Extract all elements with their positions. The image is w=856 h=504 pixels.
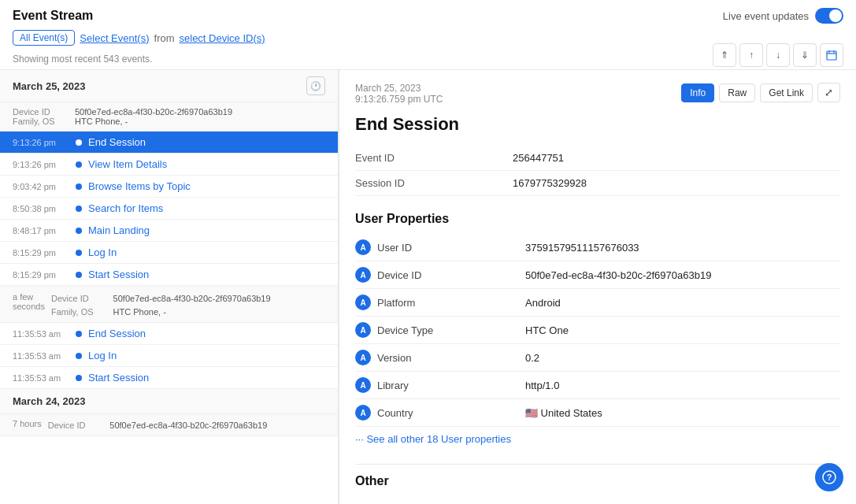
user-prop-user-id: A User ID 37591579511157676033: [355, 234, 840, 261]
event-time: 9:03:42 pm: [13, 182, 69, 191]
user-prop-val: http/1.0: [525, 380, 559, 391]
event-item-main-landing[interactable]: 8:48:17 pm Main Landing: [0, 220, 338, 242]
scroll-down-button[interactable]: ↓: [766, 43, 790, 67]
event-dot: [76, 206, 82, 212]
event-time: 8:15:29 pm: [13, 270, 69, 280]
detail-header: March 25, 2023 9:13:26.759 pm UTC Info R…: [355, 83, 840, 105]
event-name: View Item Details: [88, 158, 167, 170]
event-item-end-session-2[interactable]: 11:35:53 am End Session: [0, 323, 338, 345]
user-prop-library: A Library http/1.0: [355, 372, 840, 399]
scroll-top-button[interactable]: ⇑: [713, 43, 736, 67]
user-prop-icon: A: [355, 239, 371, 255]
event-dot: [76, 331, 82, 337]
user-prop-device-type: A Device Type HTC One: [355, 317, 840, 344]
date-header-march24: March 24, 2023: [0, 389, 338, 414]
event-dot: [76, 272, 82, 278]
event-name: End Session: [88, 136, 146, 148]
expand-button[interactable]: ⤢: [817, 83, 840, 102]
user-prop-key: User ID: [377, 242, 519, 254]
scroll-up-button[interactable]: ↑: [739, 43, 763, 67]
event-name: End Session: [88, 328, 146, 339]
event-detail-panel: March 25, 2023 9:13:26.759 pm UTC Info R…: [339, 70, 856, 504]
user-prop-icon: A: [355, 295, 371, 310]
user-prop-val: Android: [525, 297, 561, 309]
all-events-button[interactable]: All Event(s): [13, 30, 75, 46]
device-id-val-2: 50f0e7ed-ec8a-4f30-b20c-2f6970a63b19: [113, 294, 271, 303]
user-prop-icon: A: [355, 350, 371, 365]
event-name: Browse Items by Topic: [88, 180, 191, 192]
device-id-val-3: 50f0e7ed-ec8a-4f30-b20c-2f6970a63b19: [109, 421, 267, 430]
event-time: 8:48:17 pm: [13, 226, 69, 235]
event-dot: [76, 139, 82, 146]
event-item-log-in-1[interactable]: 8:15:29 pm Log In: [0, 242, 338, 264]
event-item-view-item-details[interactable]: 9:13:26 pm View Item Details: [0, 154, 338, 176]
device-id-label-3: Device ID: [48, 421, 107, 430]
other-props-table: Client Event Time Mar 25, 9:13:26 pm UTC…: [355, 496, 840, 504]
family-os-label-1: Family, OS: [13, 117, 72, 126]
user-props-list: A User ID 37591579511157676033 A Device …: [355, 234, 840, 427]
live-updates-toggle[interactable]: [815, 8, 843, 24]
device-info-row-3: 7 hours Device ID 50f0e7ed-ec8a-4f30-b20…: [0, 414, 338, 436]
event-dot: [76, 161, 82, 168]
event-item-search-for-items[interactable]: 8:50:38 pm Search for Items: [0, 198, 338, 220]
event-detail-title: End Session: [355, 114, 840, 135]
app-title: Event Stream: [13, 9, 93, 23]
user-prop-key: Library: [377, 380, 519, 391]
family-os-val-1: HTC Phone, -: [75, 117, 128, 126]
user-prop-icon: A: [355, 322, 371, 338]
scroll-bottom-button[interactable]: ⇓: [793, 43, 817, 67]
user-prop-val: 🇺🇸 United States: [525, 407, 602, 419]
event-item-start-session-1[interactable]: 8:15:29 pm Start Session: [0, 264, 338, 286]
detail-time: 9:13:26.759 pm UTC: [355, 94, 443, 105]
user-prop-key: Device ID: [377, 269, 519, 281]
device-info-row-2: a fewseconds Device ID 50f0e7ed-ec8a-4f3…: [0, 286, 338, 323]
basic-props-table: Event ID 256447751 Session ID 1679775329…: [355, 146, 840, 196]
select-events-button[interactable]: Select Event(s): [80, 32, 149, 44]
event-name: Search for Items: [88, 202, 163, 214]
user-prop-icon: A: [355, 377, 371, 393]
user-prop-val: 37591579511157676033: [525, 242, 639, 254]
detail-actions: Info Raw Get Link ⤢: [681, 83, 840, 102]
user-prop-icon: A: [355, 267, 371, 283]
help-button[interactable]: ?: [815, 463, 843, 491]
event-time: 8:50:38 pm: [13, 204, 69, 213]
event-id-key: Event ID: [355, 146, 513, 171]
event-dot: [76, 183, 82, 190]
user-prop-key: Device Type: [377, 324, 519, 336]
event-time: 11:35:53 am: [13, 351, 69, 361]
raw-tab-button[interactable]: Raw: [719, 83, 755, 102]
event-item-end-session-1[interactable]: 9:13:26 pm End Session: [0, 132, 338, 154]
clock-button[interactable]: 🕐: [306, 76, 325, 95]
event-item-start-session-2[interactable]: 11:35:53 am Start Session: [0, 367, 338, 389]
event-dot: [76, 375, 82, 381]
hours-ago: 7 hours: [13, 419, 42, 431]
svg-rect-0: [827, 51, 836, 60]
get-link-button[interactable]: Get Link: [760, 83, 813, 102]
time-ago-label: a fewseconds: [13, 292, 45, 317]
user-prop-val: 0.2: [525, 352, 539, 364]
event-dot: [76, 353, 82, 359]
svg-text:?: ?: [827, 472, 832, 482]
user-props-title: User Properties: [355, 212, 840, 226]
event-name: Start Session: [88, 269, 149, 280]
user-prop-key: Version: [377, 352, 519, 364]
user-prop-country: A Country 🇺🇸 United States: [355, 399, 840, 427]
from-text: from: [154, 32, 175, 44]
calendar-button[interactable]: [820, 43, 843, 67]
event-name: Main Landing: [88, 224, 150, 236]
info-tab-button[interactable]: Info: [681, 83, 714, 102]
user-prop-key: Platform: [377, 297, 519, 309]
family-os-val-2: HTC Phone, -: [113, 307, 166, 317]
event-name: Log In: [88, 350, 117, 361]
event-item-browse-items[interactable]: 9:03:42 pm Browse Items by Topic: [0, 176, 338, 198]
user-prop-platform: A Platform Android: [355, 289, 840, 317]
family-os-label-2: Family, OS: [51, 307, 110, 317]
event-dot: [76, 250, 82, 256]
see-more-user-props[interactable]: ··· See all other 18 User properties: [355, 427, 511, 451]
event-id-row: Event ID 256447751: [355, 146, 840, 171]
event-name: Log In: [88, 246, 117, 258]
event-item-log-in-2[interactable]: 11:35:53 am Log In: [0, 345, 338, 367]
select-device-button[interactable]: select Device ID(s): [180, 32, 265, 44]
user-prop-icon: A: [355, 405, 371, 421]
session-id-row: Session ID 1679775329928: [355, 171, 840, 196]
